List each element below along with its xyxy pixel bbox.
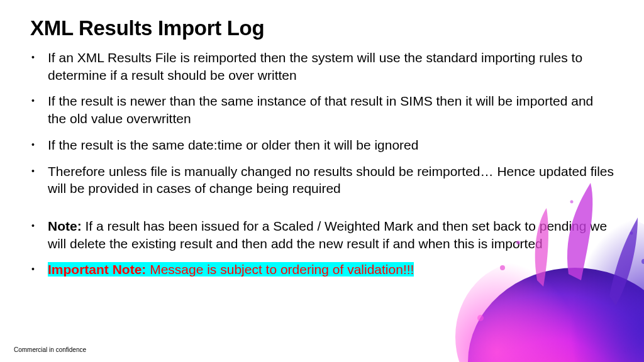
note-text: If a result has been issued for a Scaled… [48,219,607,251]
important-note-text: Message is subject to ordering of valida… [146,262,414,277]
list-item: If the result is the same date:time or o… [48,136,614,154]
note-label: Note: [48,219,82,233]
footer-page-number: 16 [623,346,630,353]
svg-point-5 [641,259,644,264]
svg-point-6 [630,232,633,235]
list-item: Therefore unless file is manually change… [48,163,614,197]
list-item: If an XML Results File is reimported the… [48,49,614,84]
slide: XML Results Import Log If an XML Results… [0,0,644,362]
bullet-list-notes: Note: If a result has been issued for a … [30,217,614,278]
list-item-note: Note: If a result has been issued for a … [48,217,614,252]
svg-point-8 [477,315,484,321]
important-note-label: Important Note: [48,262,146,277]
spacer [30,206,614,217]
page-title: XML Results Import Log [30,16,614,40]
list-item-important-note: Important Note: Message is subject to or… [48,261,614,278]
bullet-list: If an XML Results File is reimported the… [30,49,614,197]
footer-confidentiality: Commercial in confidence [14,346,86,353]
svg-point-7 [570,200,574,204]
list-item: If the result is newer than the same ins… [48,92,614,127]
svg-point-0 [468,268,644,362]
